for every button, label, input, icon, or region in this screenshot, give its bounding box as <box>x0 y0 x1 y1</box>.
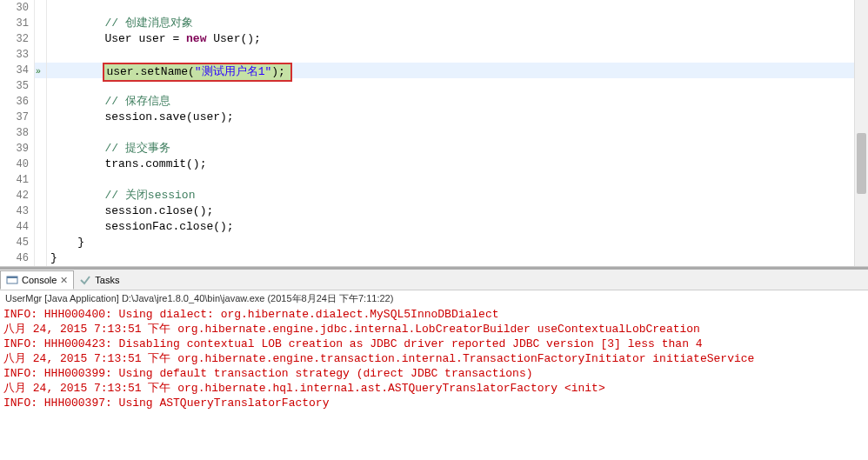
console-header: UserMgr [Java Application] D:\Java\jre1.… <box>0 290 868 307</box>
token-method: sessionFac.close(); <box>104 220 233 233</box>
code-line[interactable]: 46} <box>0 250 868 266</box>
gutter-annotation <box>35 250 47 266</box>
code-line[interactable]: 41 <box>0 172 868 188</box>
code-content[interactable] <box>47 172 868 188</box>
code-line[interactable]: 42 // 关闭session <box>0 188 868 203</box>
code-editor[interactable]: 30 31 // 创建消息对象32 User user = new User()… <box>0 0 868 267</box>
line-number: 33 <box>0 47 35 63</box>
tab-console-label: Console <box>22 275 57 285</box>
code-line[interactable]: 44 sessionFac.close(); <box>0 219 868 235</box>
line-number: 34 <box>0 63 35 78</box>
code-content[interactable]: // 关闭session <box>47 188 868 203</box>
bottom-panel: Console ✕ Tasks UserMgr [Java Applicatio… <box>0 267 868 460</box>
token-kw: new <box>186 32 206 45</box>
tab-console[interactable]: Console ✕ <box>0 270 74 290</box>
code-content[interactable] <box>47 125 868 141</box>
code-line[interactable]: 32 User user = new User(); <box>0 31 868 47</box>
console-line: 八月 24, 2015 7:13:51 下午 org.hibernate.eng… <box>3 322 865 337</box>
code-line[interactable]: 37 session.save(user); <box>0 110 868 125</box>
svg-rect-1 <box>7 277 17 278</box>
token-cmt: // 提交事务 <box>104 142 170 155</box>
code-content[interactable]: // 创建消息对象 <box>47 16 868 31</box>
code-content[interactable]: // 提交事务 <box>47 141 868 157</box>
line-number: 44 <box>0 219 35 235</box>
gutter-annotation <box>35 47 47 63</box>
token-method: trans.commit(); <box>104 157 206 170</box>
token-method: session.save(user); <box>104 110 233 123</box>
code-line[interactable]: 35 <box>0 78 868 94</box>
code-line[interactable]: 30 <box>0 0 868 16</box>
line-number: 38 <box>0 125 35 141</box>
token-cmt: // 创建消息对象 <box>104 17 192 30</box>
line-number: 43 <box>0 203 35 219</box>
console-line: INFO: HHH000399: Using default transacti… <box>3 366 865 381</box>
console-icon <box>6 274 18 286</box>
token-str: "测试用户名1" <box>195 65 271 78</box>
close-icon[interactable]: ✕ <box>60 275 68 286</box>
gutter-annotation <box>35 219 47 235</box>
line-number: 41 <box>0 172 35 188</box>
code-content[interactable] <box>47 0 868 16</box>
console-line: 八月 24, 2015 7:13:51 下午 org.hibernate.hql… <box>3 381 865 396</box>
code-content[interactable] <box>47 47 868 63</box>
line-number: 45 <box>0 235 35 250</box>
tab-tasks[interactable]: Tasks <box>74 270 124 290</box>
console-output[interactable]: INFO: HHH000400: Using dialect: org.hibe… <box>0 307 868 410</box>
token-punct: } <box>77 236 84 249</box>
console-line: INFO: HHH000400: Using dialect: org.hibe… <box>3 307 865 322</box>
tasks-icon <box>79 274 91 286</box>
line-number: 37 <box>0 110 35 125</box>
gutter-annotation <box>35 157 47 172</box>
code-line[interactable]: 31 // 创建消息对象 <box>0 16 868 31</box>
token-method: user.setName( <box>106 65 194 78</box>
scrollbar-thumb[interactable] <box>857 133 866 194</box>
code-line[interactable]: 40 trans.commit(); <box>0 157 868 172</box>
code-content[interactable]: // 保存信息 <box>47 94 868 110</box>
line-number: 42 <box>0 188 35 203</box>
token-cmt: // 关闭session <box>104 189 195 202</box>
console-line: INFO: HHH000397: Using ASTQueryTranslato… <box>3 396 865 410</box>
code-content[interactable]: trans.commit(); <box>47 157 868 172</box>
line-number: 35 <box>0 78 35 94</box>
token-type: User user = <box>104 32 186 45</box>
code-content[interactable]: session.save(user); <box>47 110 868 125</box>
token-punct: } <box>50 251 57 264</box>
code-content[interactable]: User user = new User(); <box>47 31 868 47</box>
token-method: session.close(); <box>104 204 213 217</box>
line-number: 39 <box>0 141 35 157</box>
code-line[interactable]: 36 // 保存信息 <box>0 94 868 110</box>
console-line: 八月 24, 2015 7:13:51 下午 org.hibernate.eng… <box>3 351 865 366</box>
line-number: 46 <box>0 250 35 266</box>
gutter-annotation <box>35 172 47 188</box>
gutter-annotation <box>35 16 47 31</box>
gutter-annotation <box>35 94 47 110</box>
token-cmt: // 保存信息 <box>104 95 170 108</box>
code-line[interactable]: 43 session.close(); <box>0 203 868 219</box>
line-number: 40 <box>0 157 35 172</box>
tab-bar: Console ✕ Tasks <box>0 270 868 290</box>
line-number: 36 <box>0 94 35 110</box>
code-content[interactable]: sessionFac.close(); <box>47 219 868 235</box>
gutter-annotation <box>35 125 47 141</box>
gutter-annotation <box>35 203 47 219</box>
console-line: INFO: HHH000423: Disabling contextual LO… <box>3 337 865 351</box>
token-method: ); <box>271 65 285 78</box>
code-line[interactable]: 38 <box>0 125 868 141</box>
gutter-annotation <box>35 110 47 125</box>
gutter-annotation <box>35 78 47 94</box>
tab-tasks-label: Tasks <box>95 275 119 285</box>
code-content[interactable] <box>47 78 868 94</box>
vertical-scrollbar[interactable] <box>854 0 868 266</box>
code-content[interactable]: } <box>47 250 868 266</box>
line-number: 32 <box>0 31 35 47</box>
code-line[interactable]: 33 <box>0 47 868 63</box>
code-line[interactable]: 34» user.setName("测试用户名1"); <box>0 63 868 78</box>
code-line[interactable]: 45 } <box>0 235 868 250</box>
gutter-annotation <box>35 188 47 203</box>
code-content[interactable]: user.setName("测试用户名1"); <box>47 63 868 78</box>
code-content[interactable]: session.close(); <box>47 203 868 219</box>
gutter-annotation <box>35 141 47 157</box>
code-content[interactable]: } <box>47 235 868 250</box>
code-line[interactable]: 39 // 提交事务 <box>0 141 868 157</box>
token-type: User(); <box>206 32 260 45</box>
